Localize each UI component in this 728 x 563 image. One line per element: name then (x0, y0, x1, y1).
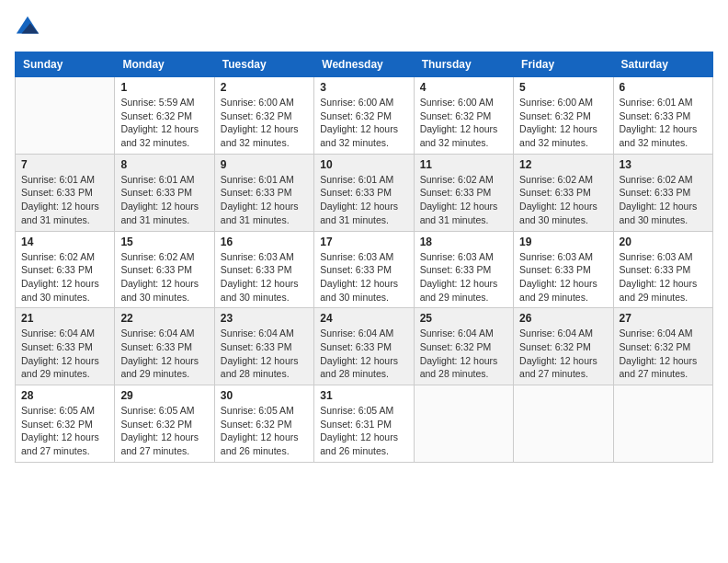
day-number: 1 (120, 81, 208, 94)
day-info: Sunrise: 6:05 AMSunset: 6:32 PMDaylight:… (221, 404, 308, 458)
calendar-table: SundayMondayTuesdayWednesdayThursdayFrid… (15, 52, 713, 463)
day-number: 11 (420, 158, 507, 171)
calendar-cell: 22 Sunrise: 6:04 AMSunset: 6:33 PMDaylig… (115, 308, 214, 385)
day-number: 20 (620, 236, 707, 248)
calendar-cell: 9 Sunrise: 6:01 AMSunset: 6:33 PMDayligh… (214, 154, 313, 231)
day-info: Sunrise: 6:04 AMSunset: 6:33 PMDaylight:… (120, 327, 208, 381)
calendar-cell: 16 Sunrise: 6:03 AMSunset: 6:33 PMDaylig… (214, 231, 313, 308)
day-number: 6 (620, 81, 707, 94)
day-number: 18 (420, 236, 507, 248)
calendar-cell: 21 Sunrise: 6:04 AMSunset: 6:33 PMDaylig… (16, 308, 115, 385)
day-info: Sunrise: 6:01 AMSunset: 6:33 PMDaylight:… (221, 173, 308, 227)
day-info: Sunrise: 6:04 AMSunset: 6:32 PMDaylight:… (519, 327, 607, 381)
day-number: 29 (120, 389, 208, 402)
calendar-header-row: SundayMondayTuesdayWednesdayThursdayFrid… (16, 52, 713, 77)
header (15, 15, 713, 40)
calendar-cell: 20 Sunrise: 6:03 AMSunset: 6:33 PMDaylig… (613, 231, 712, 308)
calendar-cell: 31 Sunrise: 6:05 AMSunset: 6:31 PMDaylig… (314, 385, 414, 463)
calendar-cell: 27 Sunrise: 6:04 AMSunset: 6:32 PMDaylig… (613, 308, 712, 385)
day-info: Sunrise: 6:02 AMSunset: 6:33 PMDaylight:… (120, 250, 208, 304)
day-header-sunday: Sunday (16, 52, 115, 77)
calendar-cell: 13 Sunrise: 6:02 AMSunset: 6:33 PMDaylig… (613, 154, 712, 231)
day-info: Sunrise: 6:04 AMSunset: 6:33 PMDaylight:… (320, 327, 407, 381)
day-info: Sunrise: 5:59 AMSunset: 6:32 PMDaylight:… (120, 96, 208, 150)
calendar-cell: 5 Sunrise: 6:00 AMSunset: 6:32 PMDayligh… (514, 77, 613, 155)
logo (15, 15, 44, 40)
day-info: Sunrise: 6:01 AMSunset: 6:33 PMDaylight:… (120, 173, 208, 227)
day-info: Sunrise: 6:00 AMSunset: 6:32 PMDaylight:… (420, 96, 507, 150)
day-header-saturday: Saturday (613, 52, 712, 77)
day-number: 12 (519, 158, 607, 171)
day-number: 24 (320, 312, 407, 325)
calendar-cell: 10 Sunrise: 6:01 AMSunset: 6:33 PMDaylig… (314, 154, 414, 231)
calendar-cell: 1 Sunrise: 5:59 AMSunset: 6:32 PMDayligh… (115, 77, 214, 155)
day-header-wednesday: Wednesday (314, 52, 414, 77)
day-info: Sunrise: 6:05 AMSunset: 6:31 PMDaylight:… (320, 404, 407, 458)
day-number: 17 (320, 236, 407, 248)
calendar-cell: 7 Sunrise: 6:01 AMSunset: 6:33 PMDayligh… (16, 154, 115, 231)
day-number: 28 (21, 389, 108, 402)
calendar-cell: 3 Sunrise: 6:00 AMSunset: 6:32 PMDayligh… (314, 77, 414, 155)
day-header-monday: Monday (115, 52, 214, 77)
day-info: Sunrise: 6:03 AMSunset: 6:33 PMDaylight:… (519, 250, 607, 304)
calendar-cell: 18 Sunrise: 6:03 AMSunset: 6:33 PMDaylig… (414, 231, 513, 308)
calendar-cell: 24 Sunrise: 6:04 AMSunset: 6:33 PMDaylig… (314, 308, 414, 385)
calendar-cell: 15 Sunrise: 6:02 AMSunset: 6:33 PMDaylig… (115, 231, 214, 308)
day-info: Sunrise: 6:04 AMSunset: 6:33 PMDaylight:… (221, 327, 308, 381)
day-number: 27 (620, 312, 707, 325)
day-number: 8 (120, 158, 208, 171)
day-info: Sunrise: 6:04 AMSunset: 6:32 PMDaylight:… (620, 327, 707, 381)
day-info: Sunrise: 6:00 AMSunset: 6:32 PMDaylight:… (320, 96, 407, 150)
calendar-cell: 11 Sunrise: 6:02 AMSunset: 6:33 PMDaylig… (414, 154, 513, 231)
day-number: 7 (21, 158, 108, 171)
day-info: Sunrise: 6:03 AMSunset: 6:33 PMDaylight:… (620, 250, 707, 304)
calendar-cell: 2 Sunrise: 6:00 AMSunset: 6:32 PMDayligh… (214, 77, 313, 155)
calendar-cell: 30 Sunrise: 6:05 AMSunset: 6:32 PMDaylig… (214, 385, 313, 463)
calendar-cell: 28 Sunrise: 6:05 AMSunset: 6:32 PMDaylig… (16, 385, 115, 463)
day-info: Sunrise: 6:03 AMSunset: 6:33 PMDaylight:… (221, 250, 308, 304)
day-header-friday: Friday (514, 52, 613, 77)
day-number: 3 (320, 81, 407, 94)
calendar-cell: 6 Sunrise: 6:01 AMSunset: 6:33 PMDayligh… (613, 77, 712, 155)
day-number: 13 (620, 158, 707, 171)
day-number: 16 (221, 236, 308, 248)
calendar-week-row: 7 Sunrise: 6:01 AMSunset: 6:33 PMDayligh… (16, 154, 713, 231)
day-info: Sunrise: 6:04 AMSunset: 6:32 PMDaylight:… (420, 327, 507, 381)
calendar-cell (16, 77, 115, 155)
calendar-cell: 29 Sunrise: 6:05 AMSunset: 6:32 PMDaylig… (115, 385, 214, 463)
day-number: 15 (120, 236, 208, 248)
calendar-week-row: 21 Sunrise: 6:04 AMSunset: 6:33 PMDaylig… (16, 308, 713, 385)
day-info: Sunrise: 6:02 AMSunset: 6:33 PMDaylight:… (620, 173, 707, 227)
logo-icon (15, 15, 40, 40)
calendar-cell: 23 Sunrise: 6:04 AMSunset: 6:33 PMDaylig… (214, 308, 313, 385)
calendar-cell: 26 Sunrise: 6:04 AMSunset: 6:32 PMDaylig… (514, 308, 613, 385)
day-number: 5 (519, 81, 607, 94)
calendar-cell: 14 Sunrise: 6:02 AMSunset: 6:33 PMDaylig… (16, 231, 115, 308)
day-number: 30 (221, 389, 308, 402)
day-number: 25 (420, 312, 507, 325)
calendar-cell (514, 385, 613, 463)
day-number: 31 (320, 389, 407, 402)
day-info: Sunrise: 6:01 AMSunset: 6:33 PMDaylight:… (320, 173, 407, 227)
day-number: 21 (21, 312, 108, 325)
day-info: Sunrise: 6:02 AMSunset: 6:33 PMDaylight:… (420, 173, 507, 227)
calendar-week-row: 1 Sunrise: 5:59 AMSunset: 6:32 PMDayligh… (16, 77, 713, 155)
day-number: 9 (221, 158, 308, 171)
calendar-cell: 4 Sunrise: 6:00 AMSunset: 6:32 PMDayligh… (414, 77, 513, 155)
calendar-cell: 8 Sunrise: 6:01 AMSunset: 6:33 PMDayligh… (115, 154, 214, 231)
day-info: Sunrise: 6:01 AMSunset: 6:33 PMDaylight:… (21, 173, 108, 227)
day-number: 23 (221, 312, 308, 325)
day-info: Sunrise: 6:02 AMSunset: 6:33 PMDaylight:… (21, 250, 108, 304)
day-info: Sunrise: 6:05 AMSunset: 6:32 PMDaylight:… (120, 404, 208, 458)
day-info: Sunrise: 6:00 AMSunset: 6:32 PMDaylight:… (519, 96, 607, 150)
day-number: 26 (519, 312, 607, 325)
day-number: 2 (221, 81, 308, 94)
calendar-week-row: 14 Sunrise: 6:02 AMSunset: 6:33 PMDaylig… (16, 231, 713, 308)
calendar-cell: 19 Sunrise: 6:03 AMSunset: 6:33 PMDaylig… (514, 231, 613, 308)
day-header-tuesday: Tuesday (214, 52, 313, 77)
calendar-cell: 12 Sunrise: 6:02 AMSunset: 6:33 PMDaylig… (514, 154, 613, 231)
day-number: 10 (320, 158, 407, 171)
day-number: 22 (120, 312, 208, 325)
day-header-thursday: Thursday (414, 52, 513, 77)
day-info: Sunrise: 6:03 AMSunset: 6:33 PMDaylight:… (320, 250, 407, 304)
